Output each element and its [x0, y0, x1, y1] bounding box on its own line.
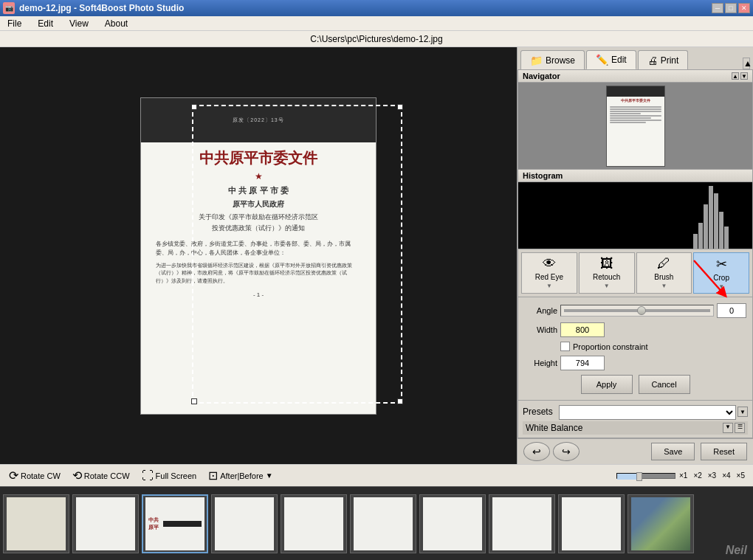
- tool-brush-label: Brush: [654, 273, 673, 281]
- panel-scroll-up[interactable]: ▲: [743, 58, 750, 69]
- doc-heading2: 原平市人民政府: [156, 198, 361, 210]
- proportion-row: Proportion constraint: [560, 342, 746, 351]
- zoom-slider-thumb[interactable]: [636, 472, 642, 481]
- edit-icon: ✏️: [596, 54, 608, 66]
- zoom-x3[interactable]: ×3: [706, 471, 718, 480]
- film-thumb-8[interactable]: [558, 494, 625, 553]
- zoom-x1[interactable]: ×1: [677, 471, 690, 480]
- tool-crop[interactable]: ✂ Crop ▼: [693, 252, 749, 294]
- retouch-icon: 🖼: [600, 256, 613, 272]
- angle-slider[interactable]: [560, 305, 714, 317]
- navigator-scroll-down[interactable]: ▼: [740, 72, 748, 80]
- crop-icon: ✂: [716, 256, 727, 272]
- film-thumb-5[interactable]: [350, 494, 416, 553]
- rotate-ccw-label: Rotate CCW: [84, 471, 130, 480]
- maximize-button[interactable]: □: [725, 3, 737, 13]
- nav-thumb-title: 中共原平市委文件: [607, 97, 664, 104]
- tab-browse[interactable]: 📁 Browse: [520, 50, 585, 69]
- film-thumb-2[interactable]: 中共原平: [142, 494, 208, 553]
- crop-handle-tr[interactable]: [397, 104, 403, 110]
- nav-thumb-inner: 中共原平市委文件: [606, 86, 665, 167]
- zoom-controls: ×1 ×2 ×3 ×4 ×5: [616, 471, 747, 480]
- presets-dropdown[interactable]: [559, 405, 736, 420]
- filepath-bar: C:\Users\pc\Pictures\demo-12.jpg: [0, 31, 753, 47]
- tab-print[interactable]: 🖨 Print: [638, 50, 689, 69]
- tool-retouch[interactable]: 🖼 Retouch ▼: [579, 252, 635, 294]
- doc-header: 原发〔2022〕13号: [141, 98, 376, 142]
- zoom-x5[interactable]: ×5: [735, 471, 747, 480]
- doc-header-text: 原发〔2022〕13号: [233, 117, 283, 124]
- presets-header: Presets ▼: [523, 404, 748, 420]
- rotate-cw-button[interactable]: ⟳ Rotate CW: [6, 467, 63, 484]
- fullscreen-button[interactable]: ⛶ Full Screen: [139, 468, 200, 484]
- doc-heading1: 中 共 原 平 市 委: [156, 184, 361, 198]
- top-tabs: 📁 Browse ✏️ Edit 🖨 Print ▲: [518, 47, 753, 70]
- undo-button[interactable]: ↩: [523, 442, 550, 461]
- doc-body1: 各乡镇党委、政府，乡街道党工委、办事处，市委各部、委、局，办，市属委、局，办，中…: [156, 240, 361, 257]
- print-icon: 🖨: [647, 55, 658, 66]
- height-input[interactable]: [560, 356, 605, 370]
- rotate-cw-icon: ⟳: [9, 469, 18, 483]
- zoom-slider[interactable]: [616, 473, 675, 479]
- navigator-scroll-up[interactable]: ▲: [732, 72, 739, 80]
- doc-heading4: 投资优惠政策（试行）》的通知: [156, 223, 361, 233]
- minimize-button[interactable]: ─: [712, 3, 723, 13]
- histogram-display: [518, 182, 753, 249]
- film-thumb-3[interactable]: [211, 494, 278, 553]
- film-thumb-inner-8: [562, 497, 621, 550]
- redo-button[interactable]: ↪: [553, 442, 580, 461]
- width-input[interactable]: [560, 322, 605, 337]
- navigator-section-header: Navigator ▲ ▼: [518, 70, 753, 83]
- tool-buttons: 👁 Red Eye ▼ 🖼 Retouch ▼ 🖊 Brush ▼ ✂ Crop…: [518, 249, 753, 297]
- rotate-ccw-button[interactable]: ⟲ Rotate CCW: [69, 467, 133, 484]
- doc-star: ★: [141, 171, 376, 182]
- wb-expand[interactable]: ▼: [723, 423, 733, 433]
- canvas-area[interactable]: 原发〔2022〕13号 中共原平市委文件 ★ 中 共 原 平 市 委 原平市人民…: [0, 47, 517, 464]
- film-thumb-0[interactable]: [3, 494, 69, 553]
- menu-file[interactable]: File: [3, 17, 26, 30]
- film-thumb-6[interactable]: [419, 494, 486, 553]
- menu-view[interactable]: View: [65, 17, 93, 30]
- angle-row: Angle: [524, 303, 746, 318]
- crop-settings-panel: Angle Width Proportion constraint: [518, 297, 753, 401]
- angle-slider-thumb[interactable]: [637, 306, 646, 315]
- zoom-x4[interactable]: ×4: [720, 471, 732, 480]
- tab-edit-label: Edit: [611, 55, 627, 65]
- tool-brush[interactable]: 🖊 Brush ▼: [636, 252, 692, 294]
- film-thumb-1[interactable]: [72, 494, 139, 553]
- film-thumb-9[interactable]: [628, 494, 694, 553]
- histogram-bars: [693, 182, 752, 249]
- proportion-checkbox[interactable]: [560, 342, 570, 351]
- apply-button[interactable]: Apply: [581, 375, 633, 394]
- film-thumb-4[interactable]: [281, 494, 347, 553]
- close-button[interactable]: ✕: [738, 3, 750, 13]
- hist-bar-1: [693, 234, 698, 249]
- proportion-label: Proportion constraint: [573, 342, 648, 351]
- wb-options[interactable]: ☰: [735, 423, 745, 433]
- window-controls[interactable]: ─ □ ✕: [712, 3, 750, 13]
- undo-redo-controls: ↩ ↪: [523, 442, 580, 461]
- after-before-dropdown[interactable]: ▼: [266, 471, 273, 480]
- film-thumb-7[interactable]: [489, 494, 555, 553]
- hist-bar-4: [709, 186, 713, 249]
- tab-edit[interactable]: ✏️ Edit: [586, 50, 636, 69]
- cancel-button[interactable]: Cancel: [639, 375, 690, 394]
- histogram-section-header: Histogram: [518, 170, 753, 182]
- menu-edit[interactable]: Edit: [33, 17, 58, 30]
- menu-about[interactable]: About: [100, 17, 132, 30]
- reset-button[interactable]: Reset: [701, 443, 747, 460]
- angle-input[interactable]: [717, 303, 746, 318]
- zoom-x2[interactable]: ×2: [691, 471, 704, 480]
- width-label: Width: [524, 325, 557, 334]
- after-before-button[interactable]: ⊡ After|Before ▼: [205, 467, 275, 484]
- rotate-cw-label: Rotate CW: [21, 471, 61, 480]
- nav-thumb-header: [607, 86, 664, 97]
- film-thumb-inner-4: [284, 497, 343, 550]
- height-row: Height: [524, 356, 746, 370]
- crop-handle-br[interactable]: [397, 398, 403, 404]
- tool-red-eye[interactable]: 👁 Red Eye ▼: [521, 252, 577, 294]
- tool-red-eye-label: Red Eye: [535, 273, 563, 281]
- presets-options-btn[interactable]: ▼: [737, 407, 748, 417]
- save-button[interactable]: Save: [651, 443, 695, 460]
- fullscreen-icon: ⛶: [142, 469, 154, 483]
